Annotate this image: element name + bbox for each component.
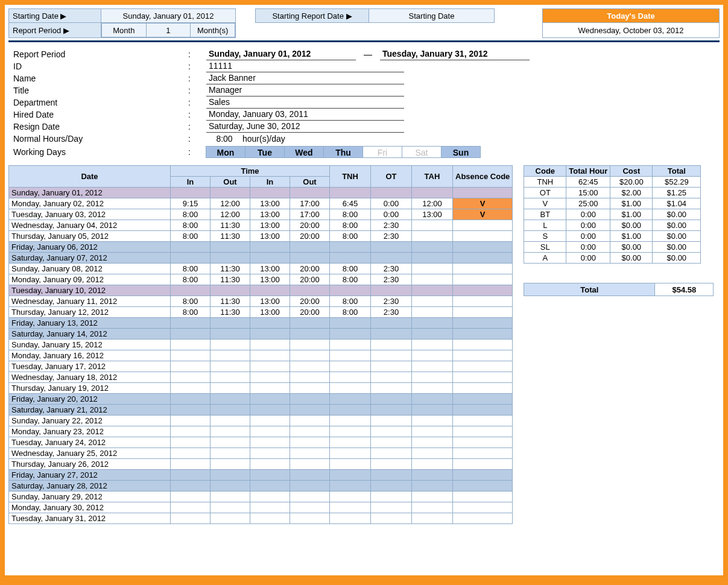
- cell[interactable]: [453, 426, 513, 437]
- cell[interactable]: [210, 285, 250, 296]
- cell[interactable]: [171, 329, 210, 340]
- cell[interactable]: 13:00: [250, 274, 290, 285]
- cell[interactable]: 2:30: [371, 274, 412, 285]
- cell[interactable]: [290, 502, 330, 513]
- cell[interactable]: [210, 350, 250, 361]
- cell[interactable]: [210, 253, 250, 264]
- cell[interactable]: [171, 416, 210, 426]
- cell[interactable]: [210, 426, 250, 437]
- cell[interactable]: [371, 372, 412, 383]
- cell[interactable]: [250, 394, 290, 405]
- cell[interactable]: 20:00: [290, 274, 330, 285]
- cell[interactable]: [330, 318, 371, 329]
- cell[interactable]: [290, 492, 330, 502]
- cell[interactable]: [412, 405, 453, 416]
- cell[interactable]: [330, 372, 371, 383]
- cell[interactable]: [453, 405, 513, 416]
- info-hired[interactable]: Monday, January 03, 2011: [206, 109, 404, 121]
- cell[interactable]: [171, 242, 210, 253]
- cell[interactable]: [412, 188, 453, 198]
- cell[interactable]: [453, 492, 513, 502]
- cell[interactable]: [412, 372, 453, 383]
- cell[interactable]: [250, 492, 290, 502]
- cell[interactable]: [330, 188, 371, 198]
- cell[interactable]: [250, 318, 290, 329]
- cell[interactable]: [453, 437, 513, 448]
- cell[interactable]: [453, 340, 513, 350]
- cell[interactable]: [371, 329, 412, 340]
- cell[interactable]: 13:00: [250, 209, 290, 220]
- cell[interactable]: [290, 426, 330, 437]
- cell[interactable]: [412, 285, 453, 296]
- cell[interactable]: [330, 448, 371, 459]
- cell[interactable]: [330, 394, 371, 405]
- cell[interactable]: [250, 448, 290, 459]
- cell[interactable]: [250, 426, 290, 437]
- cell[interactable]: [412, 274, 453, 285]
- cell[interactable]: [171, 285, 210, 296]
- cell[interactable]: [330, 426, 371, 437]
- cell[interactable]: [250, 481, 290, 492]
- cell[interactable]: [412, 394, 453, 405]
- cell[interactable]: [210, 394, 250, 405]
- cell[interactable]: [250, 188, 290, 198]
- cell[interactable]: [250, 350, 290, 361]
- day-thu[interactable]: Thu: [323, 146, 363, 158]
- cell[interactable]: [171, 394, 210, 405]
- cell[interactable]: 8:00: [171, 296, 210, 307]
- cell[interactable]: [290, 372, 330, 383]
- cell[interactable]: [290, 318, 330, 329]
- cell[interactable]: [330, 242, 371, 253]
- cell[interactable]: [210, 361, 250, 372]
- cell[interactable]: [171, 383, 210, 394]
- cell[interactable]: [210, 448, 250, 459]
- cell[interactable]: [290, 470, 330, 481]
- cell[interactable]: [210, 329, 250, 340]
- cell[interactable]: [453, 448, 513, 459]
- cell[interactable]: [412, 361, 453, 372]
- cell[interactable]: [171, 372, 210, 383]
- cell[interactable]: [171, 426, 210, 437]
- cell[interactable]: [250, 459, 290, 470]
- cell[interactable]: 8:00: [171, 220, 210, 231]
- cell[interactable]: [371, 513, 412, 524]
- cell[interactable]: [210, 470, 250, 481]
- cell[interactable]: [371, 188, 412, 198]
- cell[interactable]: 20:00: [290, 296, 330, 307]
- cell[interactable]: 13:00: [250, 231, 290, 242]
- cell[interactable]: [412, 350, 453, 361]
- info-resign[interactable]: Saturday, June 30, 2012: [206, 121, 404, 133]
- starting-date-input[interactable]: Sunday, January 01, 2012: [101, 9, 236, 23]
- cell[interactable]: [330, 481, 371, 492]
- cell[interactable]: [453, 318, 513, 329]
- cell[interactable]: [371, 242, 412, 253]
- cell[interactable]: [210, 188, 250, 198]
- cell[interactable]: [330, 253, 371, 264]
- report-period-mode[interactable]: Month: [102, 24, 147, 37]
- cell[interactable]: 13:00: [250, 307, 290, 318]
- cell[interactable]: 8:00: [171, 231, 210, 242]
- cell[interactable]: [453, 383, 513, 394]
- cell[interactable]: 20:00: [290, 307, 330, 318]
- cell[interactable]: [171, 318, 210, 329]
- cell[interactable]: [330, 361, 371, 372]
- cell[interactable]: [171, 481, 210, 492]
- cell[interactable]: 11:30: [210, 231, 250, 242]
- cell[interactable]: [290, 350, 330, 361]
- cell[interactable]: [412, 253, 453, 264]
- cell[interactable]: [371, 459, 412, 470]
- cell[interactable]: [453, 481, 513, 492]
- cell[interactable]: [250, 329, 290, 340]
- cell[interactable]: [412, 220, 453, 231]
- cell[interactable]: [250, 361, 290, 372]
- cell[interactable]: [412, 448, 453, 459]
- cell[interactable]: 9:15: [171, 198, 210, 209]
- cell[interactable]: [412, 502, 453, 513]
- cell[interactable]: [210, 416, 250, 426]
- cell[interactable]: 13:00: [250, 220, 290, 231]
- cell[interactable]: 11:30: [210, 296, 250, 307]
- cell[interactable]: [453, 264, 513, 274]
- cell[interactable]: [210, 340, 250, 350]
- cell[interactable]: [453, 242, 513, 253]
- cell[interactable]: [330, 350, 371, 361]
